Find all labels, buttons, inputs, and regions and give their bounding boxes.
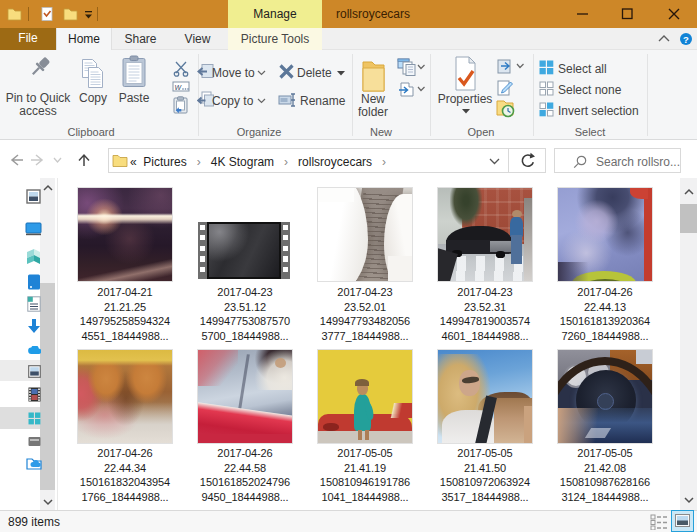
svg-text:?: ? [683,34,689,45]
